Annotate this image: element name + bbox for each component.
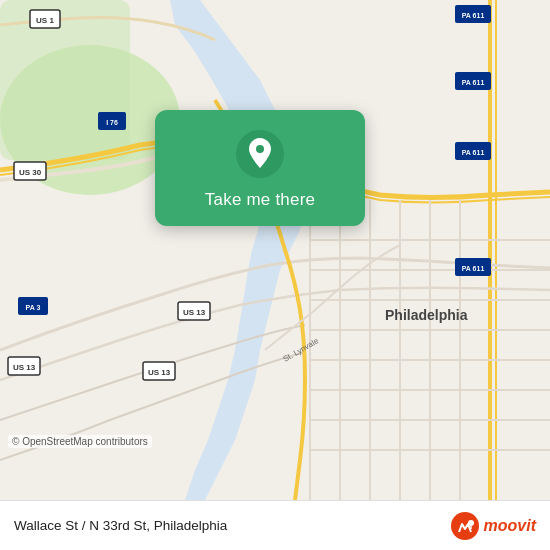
- osm-attribution: © OpenStreetMap contributors: [8, 435, 152, 448]
- moovit-brand-text: moovit: [484, 517, 536, 535]
- svg-text:PA 611: PA 611: [462, 149, 485, 156]
- moovit-logo: moovit: [451, 512, 536, 540]
- svg-point-45: [451, 512, 479, 540]
- svg-text:PA 3: PA 3: [26, 304, 41, 311]
- svg-text:US 30: US 30: [19, 168, 42, 177]
- svg-point-44: [256, 145, 264, 153]
- svg-text:PA 611: PA 611: [462, 79, 485, 86]
- take-me-there-button[interactable]: Take me there: [205, 190, 315, 210]
- svg-text:PA 611: PA 611: [462, 12, 485, 19]
- bottom-bar: Wallace St / N 33rd St, Philadelphia moo…: [0, 500, 550, 550]
- svg-text:US 13: US 13: [183, 308, 206, 317]
- map-container: US 1 I 76 US 13 US 30 PA 611 PA 611 PA 6…: [0, 0, 550, 500]
- svg-text:I 76: I 76: [106, 119, 118, 126]
- svg-text:Philadelphia: Philadelphia: [385, 307, 468, 323]
- location-pin-icon: [236, 130, 284, 178]
- svg-text:PA 611: PA 611: [462, 265, 485, 272]
- navigation-card: Take me there: [155, 110, 365, 226]
- svg-text:US 13: US 13: [148, 368, 171, 377]
- moovit-brand-icon: [451, 512, 479, 540]
- map-svg: US 1 I 76 US 13 US 30 PA 611 PA 611 PA 6…: [0, 0, 550, 500]
- svg-text:US 1: US 1: [36, 16, 54, 25]
- svg-text:US 13: US 13: [13, 363, 36, 372]
- address-label: Wallace St / N 33rd St, Philadelphia: [14, 518, 227, 533]
- svg-point-46: [468, 520, 474, 526]
